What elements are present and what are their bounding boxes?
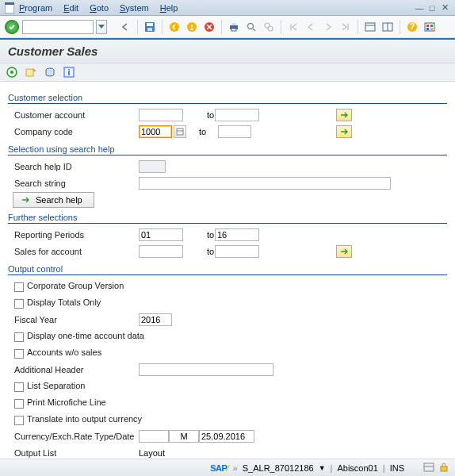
layout-icon[interactable]: [380, 20, 395, 34]
find-next-icon[interactable]: [262, 20, 276, 34]
customer-account-to[interactable]: [215, 109, 259, 121]
collapse-icon[interactable]: [118, 20, 132, 34]
next-page-icon[interactable]: [321, 20, 335, 34]
sales-for-account-from[interactable]: [139, 245, 183, 258]
section-search-help: Selection using search help: [8, 144, 447, 155]
svg-rect-10: [231, 29, 236, 31]
translate-checkbox[interactable]: [14, 416, 24, 425]
to-label: to: [183, 230, 215, 240]
status-mode: INS: [390, 463, 404, 473]
find-icon[interactable]: [244, 20, 258, 34]
reporting-periods-label: Reporting Periods: [8, 230, 139, 240]
save-icon[interactable]: [143, 20, 157, 34]
new-session-icon[interactable]: [363, 20, 377, 34]
settings-icon[interactable]: [422, 20, 437, 34]
svg-rect-28: [26, 69, 33, 76]
last-page-icon[interactable]: [338, 20, 353, 34]
svg-rect-23: [430, 25, 433, 27]
company-code-f4-icon[interactable]: [174, 125, 186, 138]
selection-screen: Customer selection Customer account to C…: [0, 82, 455, 472]
svg-rect-22: [426, 25, 429, 27]
totals-only-checkbox[interactable]: [14, 299, 24, 309]
microfiche-label: Print Microfiche Line: [27, 397, 106, 407]
customer-account-from[interactable]: [139, 109, 183, 121]
corporate-group-checkbox[interactable]: [14, 282, 24, 292]
output-list-label: Output List: [8, 448, 139, 458]
menu-help[interactable]: Help: [160, 3, 178, 13]
search-help-id[interactable]: [139, 160, 166, 173]
menu-bar: Program Edit Goto System Help — □ ✕: [0, 0, 455, 16]
reporting-periods-to[interactable]: [215, 228, 259, 241]
no-sales-checkbox[interactable]: [14, 349, 24, 359]
data-source-icon[interactable]: [43, 66, 57, 79]
search-string[interactable]: [139, 177, 391, 190]
company-code-from[interactable]: [139, 125, 172, 138]
section-output-control: Output control: [8, 264, 447, 275]
print-icon[interactable]: [227, 20, 241, 34]
svg-rect-9: [231, 23, 236, 25]
company-code-multiselect[interactable]: [336, 125, 352, 138]
reporting-periods-from[interactable]: [139, 228, 183, 241]
sap-logo: SAP⁄: [210, 463, 228, 473]
cancel-icon[interactable]: [202, 20, 216, 34]
svg-text:?: ?: [410, 21, 415, 31]
ok-button[interactable]: [5, 20, 19, 34]
close-icon[interactable]: ✕: [439, 2, 450, 13]
prev-page-icon[interactable]: [304, 20, 318, 34]
currency-field[interactable]: [139, 430, 169, 443]
status-tcode[interactable]: S_ALR_87012186: [243, 463, 314, 473]
exch-rate-type[interactable]: [169, 430, 199, 443]
one-time-label: Display one-time account data: [27, 331, 144, 340]
search-string-label: Search string: [8, 178, 139, 188]
svg-rect-24: [426, 28, 429, 30]
svg-text:i: i: [67, 67, 70, 77]
sales-for-account-multiselect[interactable]: [336, 245, 352, 258]
svg-point-14: [268, 26, 273, 31]
customer-account-multiselect[interactable]: [336, 109, 352, 121]
page-title-area: Customer Sales: [0, 38, 455, 63]
additional-header[interactable]: [139, 363, 273, 376]
menu-goto[interactable]: Goto: [90, 3, 109, 13]
svg-rect-4: [147, 28, 152, 31]
to-label: to: [183, 110, 215, 120]
list-sep-checkbox[interactable]: [14, 382, 24, 392]
command-field[interactable]: [22, 20, 94, 34]
svg-rect-1: [5, 2, 14, 5]
company-code-to[interactable]: [218, 125, 251, 138]
help-icon[interactable]: ?: [405, 20, 419, 34]
microfiche-checkbox[interactable]: [14, 399, 24, 409]
execute-icon[interactable]: [5, 66, 19, 79]
layout-label: Layout: [139, 448, 183, 458]
svg-rect-32: [177, 129, 183, 135]
command-dropdown[interactable]: [96, 20, 107, 34]
customer-account-label: Customer account: [8, 110, 139, 120]
exit-icon[interactable]: [185, 20, 199, 34]
status-lock-icon[interactable]: [439, 463, 449, 474]
first-page-icon[interactable]: [286, 20, 300, 34]
currency-label: Currency/Exch.Rate Type/Date: [8, 432, 139, 441]
get-variant-icon[interactable]: [24, 66, 38, 79]
status-layout-icon[interactable]: [423, 463, 434, 474]
search-help-id-label: Search help ID: [8, 162, 139, 171]
exch-rate-date[interactable]: [199, 430, 254, 443]
window-menu-icon[interactable]: [5, 2, 14, 13]
menu-system[interactable]: System: [120, 3, 149, 13]
menu-program[interactable]: Program: [19, 3, 52, 13]
one-time-checkbox[interactable]: [14, 332, 24, 342]
search-help-button-label: Search help: [36, 195, 82, 205]
svg-line-12: [253, 29, 255, 31]
sales-for-account-to[interactable]: [215, 245, 259, 258]
fiscal-year[interactable]: [139, 313, 172, 326]
status-bar: SAP⁄ » S_ALR_87012186 ▼ | Abiscon01 | IN…: [0, 459, 455, 476]
search-help-button[interactable]: Search help: [13, 192, 94, 208]
fiscal-year-label: Fiscal Year: [8, 315, 139, 324]
maximize-icon[interactable]: □: [426, 2, 438, 13]
totals-only-label: Display Totals Only: [27, 298, 101, 307]
back-icon[interactable]: [167, 20, 182, 34]
menu-edit[interactable]: Edit: [63, 3, 78, 13]
minimize-icon[interactable]: —: [414, 2, 425, 13]
info-icon[interactable]: i: [62, 66, 76, 79]
page-title: Customer Sales: [8, 44, 447, 58]
dropdown-icon[interactable]: ▼: [319, 464, 326, 472]
corporate-group-label: Corporate Group Version: [27, 281, 124, 290]
